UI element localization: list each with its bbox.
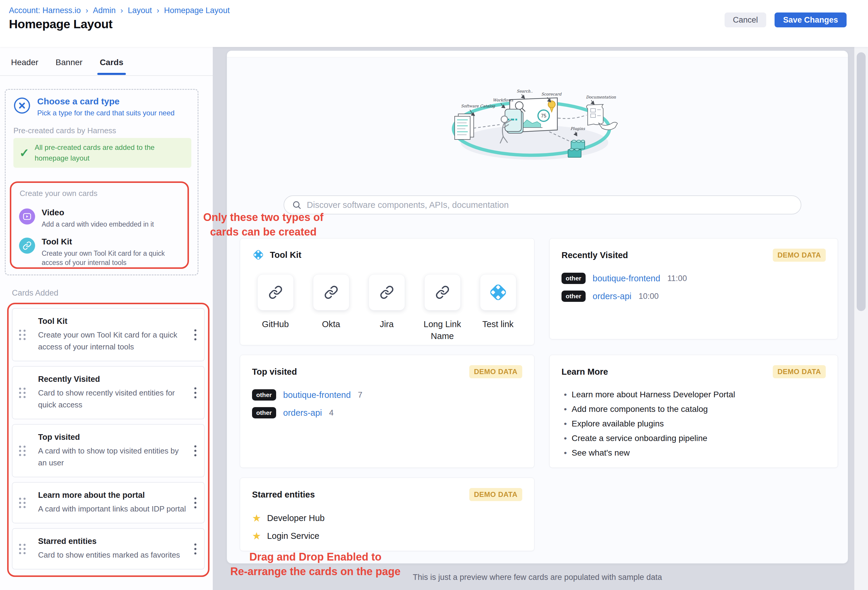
link-icon bbox=[369, 274, 405, 310]
demo-data-badge: DEMO DATA bbox=[773, 365, 826, 378]
entity-link[interactable]: boutique-frontend bbox=[283, 390, 351, 400]
toolkit-links-row: GitHub Okta bbox=[252, 274, 522, 342]
breadcrumb-admin[interactable]: Admin bbox=[93, 6, 116, 15]
added-card-title: Learn more about the portal bbox=[38, 491, 189, 500]
added-card-title: Tool Kit bbox=[38, 317, 189, 326]
top-visited-card: Top visited DEMO DATA other boutique-fro… bbox=[240, 355, 534, 468]
toolkit-link-jira[interactable]: Jira bbox=[363, 274, 410, 342]
choose-card-type-section: Choose a card type Pick a type for the c… bbox=[5, 89, 198, 275]
demo-data-badge: DEMO DATA bbox=[469, 365, 522, 378]
starred-entity-name: Login Service bbox=[267, 531, 319, 541]
card-type-option-video[interactable]: Video Add a card with video embedded in … bbox=[19, 208, 154, 229]
learn-more-link[interactable]: Create a service onboarding pipeline bbox=[561, 431, 826, 446]
added-card-learn-more[interactable]: Learn more about the portal A card with … bbox=[12, 482, 205, 523]
breadcrumb-homepage-layout[interactable]: Homepage Layout bbox=[164, 6, 230, 15]
drag-handle-icon[interactable] bbox=[19, 497, 26, 508]
illustration-label-plugins: Plugins bbox=[570, 127, 585, 131]
added-card-toolkit[interactable]: Tool Kit Create your own Tool Kit card f… bbox=[12, 308, 205, 361]
page-title: Homepage Layout bbox=[9, 17, 112, 31]
starred-entities-title: Starred entities bbox=[252, 490, 315, 500]
more-options-icon[interactable] bbox=[192, 541, 198, 556]
create-own-cards-label: Create your own cards bbox=[20, 189, 97, 198]
entity-kind-tag: other bbox=[252, 389, 276, 400]
toolkit-card-title: Tool Kit bbox=[270, 250, 301, 260]
close-icon[interactable] bbox=[14, 97, 30, 113]
breadcrumb-layout[interactable]: Layout bbox=[128, 6, 152, 15]
create-own-cards-annotation-box: Create your own cards Video Add a card w… bbox=[10, 181, 189, 269]
drag-handle-icon[interactable] bbox=[19, 387, 26, 398]
added-card-recently-visited[interactable]: Recently Visited Card to show recently v… bbox=[12, 366, 205, 419]
search-input[interactable] bbox=[307, 200, 793, 210]
link-icon bbox=[19, 238, 35, 254]
scrollbar-thumb[interactable] bbox=[857, 52, 866, 311]
learn-more-link[interactable]: Add more components to the catalog bbox=[561, 402, 826, 416]
entity-link[interactable]: orders-api bbox=[283, 408, 322, 418]
added-card-top-visited[interactable]: Top visited A card with to show top visi… bbox=[12, 424, 205, 477]
toolkit-link-github[interactable]: GitHub bbox=[252, 274, 299, 342]
success-message: All pre-created cards are added to the h… bbox=[35, 142, 184, 163]
precreated-success-banner: ✓ All pre-created cards are added to the… bbox=[13, 138, 191, 168]
more-options-icon[interactable] bbox=[192, 443, 198, 458]
toolkit-link-label: Test link bbox=[482, 318, 514, 330]
recently-visited-title: Recently Visited bbox=[561, 250, 628, 260]
learn-more-link[interactable]: See what's new bbox=[561, 446, 826, 460]
entity-row: other boutique-frontend 7 bbox=[252, 388, 522, 402]
learn-more-link[interactable]: Explore available plugins bbox=[561, 416, 826, 431]
starred-entity-row[interactable]: ★ Login Service bbox=[252, 529, 522, 543]
drag-handle-icon[interactable] bbox=[19, 544, 26, 554]
top-visited-title: Top visited bbox=[252, 367, 297, 377]
card-type-option-toolkit[interactable]: Tool Kit Create your own Tool Kit card f… bbox=[19, 237, 173, 267]
demo-data-badge: DEMO DATA bbox=[469, 488, 522, 501]
developer-portal-illustration: 75 bbox=[447, 83, 625, 172]
discover-search-bar bbox=[283, 196, 802, 215]
svg-text:75: 75 bbox=[541, 113, 546, 118]
choose-card-type-title: Choose a card type bbox=[37, 96, 120, 106]
added-card-starred-entities[interactable]: Starred entities Card to show entities m… bbox=[12, 528, 205, 569]
added-card-description: A card with important links about IDP po… bbox=[38, 503, 189, 515]
cancel-button[interactable]: Cancel bbox=[725, 12, 766, 27]
demo-data-badge: DEMO DATA bbox=[773, 249, 826, 262]
starred-entity-name: Developer Hub bbox=[267, 513, 324, 523]
annotation-line: cards can be created bbox=[187, 225, 339, 239]
toolkit-link-label: Jira bbox=[380, 318, 394, 330]
search-icon bbox=[292, 200, 301, 210]
starred-entities-card: Starred entities DEMO DATA ★ Developer H… bbox=[240, 478, 534, 551]
more-options-icon[interactable] bbox=[192, 385, 198, 400]
illustration-label-workflows: Workflows bbox=[493, 98, 514, 102]
added-card-title: Top visited bbox=[38, 433, 189, 442]
entity-visit-count: 7 bbox=[358, 390, 362, 400]
breadcrumb-account[interactable]: Account: Harness.io bbox=[9, 6, 81, 15]
check-icon: ✓ bbox=[19, 147, 30, 159]
toolkit-link-okta[interactable]: Okta bbox=[308, 274, 354, 342]
annotation-line: Re-arrange the cards on the page bbox=[208, 564, 422, 579]
homepage-preview-area: 75 bbox=[213, 47, 854, 590]
learn-more-card: Learn More DEMO DATA Learn more about Ha… bbox=[549, 355, 838, 468]
precreated-cards-label: Pre-created cards by Harness bbox=[13, 126, 116, 135]
tabs-divider bbox=[0, 75, 213, 76]
learn-more-link[interactable]: Learn more about Harness Developer Porta… bbox=[561, 387, 826, 402]
starred-entity-row[interactable]: ★ Developer Hub bbox=[252, 511, 522, 525]
homepage-preview-panel: 75 bbox=[227, 50, 848, 564]
star-icon: ★ bbox=[252, 531, 261, 541]
drag-handle-icon[interactable] bbox=[19, 446, 26, 456]
entity-kind-tag: other bbox=[561, 291, 586, 302]
save-changes-button[interactable]: Save Changes bbox=[775, 12, 847, 27]
more-options-icon[interactable] bbox=[192, 496, 198, 510]
drag-handle-icon[interactable] bbox=[19, 330, 26, 340]
toolkit-link-long-link-name[interactable]: Long Link Name bbox=[419, 274, 466, 342]
toolkit-logo-icon bbox=[480, 274, 516, 310]
more-options-icon[interactable] bbox=[192, 327, 198, 342]
tab-banner[interactable]: Banner bbox=[56, 58, 83, 74]
tab-cards[interactable]: Cards bbox=[100, 58, 123, 74]
illustration-label-documentation: Documentation bbox=[586, 95, 616, 99]
tab-header[interactable]: Header bbox=[11, 58, 38, 74]
toolkit-preview-card: Tool Kit GitHub bbox=[240, 238, 534, 345]
annotation-line: Only these two types of bbox=[187, 210, 339, 225]
added-card-description: A card with to show top visited entities… bbox=[38, 445, 189, 469]
toolkit-link-test-link[interactable]: Test link bbox=[475, 274, 521, 342]
entity-link[interactable]: orders-api bbox=[593, 291, 632, 301]
page-scrollbar[interactable] bbox=[854, 47, 868, 590]
breadcrumb-separator: › bbox=[121, 6, 123, 15]
entity-visit-count: 4 bbox=[329, 408, 334, 418]
entity-link[interactable]: boutique-frontend bbox=[593, 274, 660, 283]
